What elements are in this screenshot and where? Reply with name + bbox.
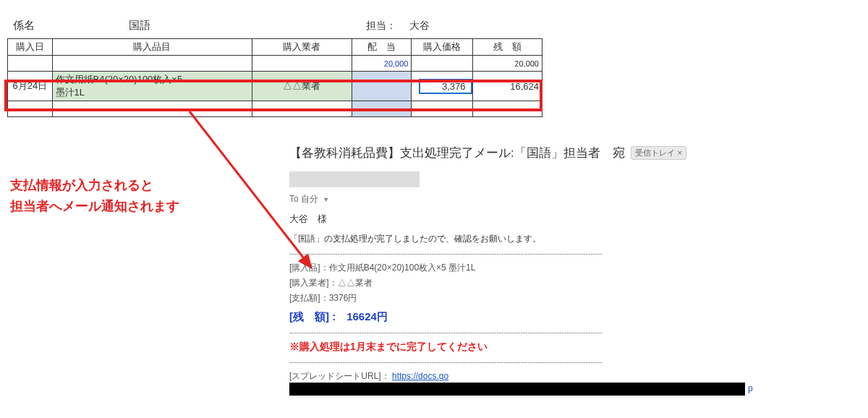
chevron-down-icon[interactable]: ▼ [323, 196, 329, 203]
col-date-header: 購入日 [8, 39, 53, 56]
annotation-text: 支払情報が入力されると 担当者へメール通知されます [10, 175, 179, 217]
col-price-header: 購入価格 [412, 39, 473, 56]
sheet-header-row: 係名 国語 担当： 大谷 [7, 19, 542, 35]
col-alloc-header: 配 当 [352, 39, 412, 56]
field-item-label: [購入品]： [289, 263, 329, 273]
field-amount: [支払額]：3376円 [289, 292, 861, 304]
table-blank-row [8, 101, 542, 117]
tanto-name: 大谷 [409, 20, 430, 33]
cell-alloc[interactable] [352, 72, 412, 101]
field-amount-label: [支払額]： [289, 293, 329, 303]
email-section: 【各教科消耗品費】支出処理完了メール:「国語」担当者 宛 受信トレイ × To … [289, 145, 861, 396]
purchase-table: 購入日 購入品目 購入業者 配 当 購入価格 残 額 20,000 20,000… [7, 38, 542, 117]
cell-date[interactable]: 6月24日 [8, 72, 53, 101]
url-redacted [289, 383, 745, 396]
field-balance-label: [残 額] : [289, 310, 346, 323]
email-subject: 【各教科消耗品費】支出処理完了メール:「国語」担当者 宛 受信トレイ × [289, 145, 861, 161]
cell-item-line2: 墨汁1L [56, 86, 249, 99]
balance-initial-value: 20,000 [473, 56, 542, 72]
spreadsheet-url-link[interactable]: https://docs.go [392, 371, 448, 381]
col-vendor-header: 購入業者 [252, 39, 352, 56]
alloc-initial-value: 20,000 [352, 56, 412, 72]
url-trailing: p [748, 383, 753, 393]
field-balance-value: 16624円 [346, 310, 388, 323]
annotation-line1: 支払情報が入力されると [10, 175, 179, 196]
divider-line: ----------------------------------------… [289, 249, 861, 257]
field-vendor: [購入業者]：△△業者 [289, 277, 861, 289]
table-purchase-row[interactable]: 6月24日 作文用紙B4(20×20)100枚入×5 墨汁1L △△業者 3,3… [8, 72, 542, 101]
tanto-label: 担当： [366, 20, 396, 33]
annotation-line2: 担当者へメール通知されます [10, 196, 179, 217]
email-intro: 「国語」の支払処理が完了しましたので、確認をお願いします。 [289, 233, 861, 245]
cell-item[interactable]: 作文用紙B4(20×20)100枚入×5 墨汁1L [52, 72, 252, 101]
field-vendor-value: △△業者 [338, 278, 373, 288]
col-balance-header: 残 額 [473, 39, 542, 56]
spreadsheet-section: 係名 国語 担当： 大谷 購入日 購入品目 購入業者 配 当 購入価格 残 額 … [7, 19, 542, 117]
inbox-chip[interactable]: 受信トレイ × [631, 146, 686, 160]
col-item-header: 購入品目 [52, 39, 252, 56]
field-balance: [残 額] : 16624円 [289, 310, 861, 324]
url-label: [スプレッドシートURL]： [289, 371, 390, 381]
divider-line: ----------------------------------------… [289, 328, 861, 336]
field-amount-value: 3376円 [329, 293, 357, 303]
divider-line: ----------------------------------------… [289, 358, 861, 366]
field-item: [購入品]：作文用紙B4(20×20)100枚入×5 墨汁1L [289, 262, 861, 274]
sender-redacted [289, 171, 420, 187]
table-alloc-row: 20,000 20,000 [8, 56, 542, 72]
subject-value: 国語 [129, 19, 150, 33]
email-to-line[interactable]: To 自分 ▼ [289, 193, 861, 205]
email-greeting: 大谷 様 [289, 213, 861, 226]
cell-balance[interactable]: 16,624 [473, 72, 542, 101]
email-warning: ※購入処理は1月末までに完了してください [289, 341, 861, 354]
cell-item-line1: 作文用紙B4(20×20)100枚入×5 [56, 73, 249, 86]
dept-label: 係名 [13, 19, 35, 33]
field-vendor-label: [購入業者]： [289, 278, 338, 288]
cell-price[interactable]: 3,376 [412, 72, 473, 101]
cell-vendor[interactable]: △△業者 [252, 72, 352, 101]
table-header-row: 購入日 購入品目 購入業者 配 当 購入価格 残 額 [8, 39, 542, 56]
to-text: To 自分 [289, 194, 318, 204]
field-item-value: 作文用紙B4(20×20)100枚入×5 墨汁1L [329, 263, 476, 273]
cell-price-value: 3,376 [419, 79, 473, 94]
url-line: [スプレッドシートURL]： https://docs.gop [289, 370, 861, 396]
email-subject-text: 【各教科消耗品費】支出処理完了メール:「国語」担当者 宛 [289, 146, 625, 160]
